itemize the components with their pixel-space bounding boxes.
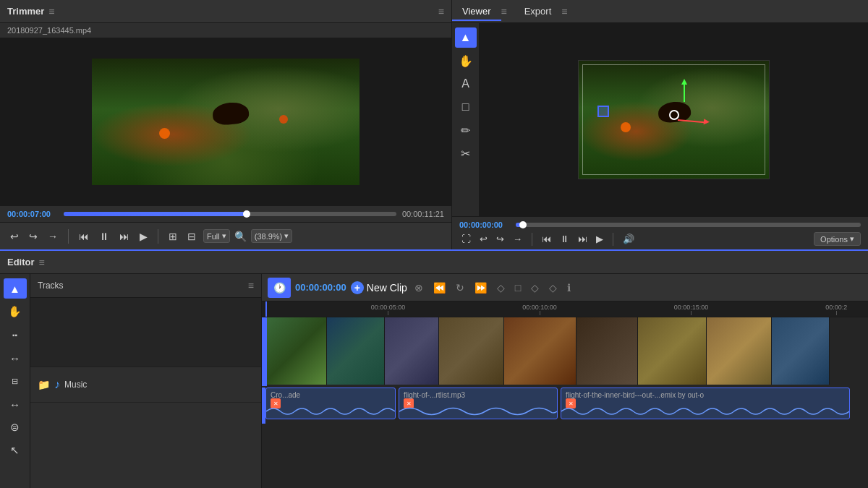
editor-slip-tool[interactable]: ↔ xyxy=(4,348,27,368)
audio-track-container: ✕ Cro...ade ✕ flight-of-...rtlist.mp3 xyxy=(262,386,868,488)
editor-eq-tool[interactable]: ⊜ xyxy=(4,417,27,437)
zoom-chevron: ▾ xyxy=(222,231,226,241)
video-clip-5[interactable] xyxy=(504,317,576,385)
waveform-svg-3 xyxy=(561,404,849,419)
export-tab-menu-icon[interactable]: ≡ xyxy=(561,6,567,17)
pan-tool-btn[interactable]: ✋ xyxy=(455,51,477,71)
trimmer-mark-out-btn[interactable]: ↪ xyxy=(26,229,41,244)
audio-clip-1[interactable]: ✕ Cro...ade xyxy=(265,388,396,419)
video-clip-4[interactable] xyxy=(439,317,504,385)
timeline-loop-btn[interactable]: ↻ xyxy=(453,281,467,295)
video-clip-8[interactable] xyxy=(707,317,772,385)
audio-clip-label-3: flight-of-the-inner-bird---out-...emix b… xyxy=(566,391,704,399)
track-arrow-green xyxy=(684,82,685,102)
trimmer-grid2-btn[interactable]: ⊟ xyxy=(184,229,199,244)
tracks-header: Tracks ≡ xyxy=(30,274,261,298)
trimmer-filename: 20180927_163445.mp4 xyxy=(0,23,451,38)
viewer-playhead[interactable] xyxy=(519,221,527,228)
music-note-icon: ♪ xyxy=(54,378,60,391)
audio-clip-2[interactable]: ✕ flight-of-...rtlist.mp3 xyxy=(399,388,558,419)
tracks-panel: Tracks ≡ 📁 ♪ Music xyxy=(30,274,262,488)
audio-clip-label-1: Cro...ade xyxy=(271,391,300,399)
video-clip-3[interactable] xyxy=(385,317,439,385)
ruler-time-1: 00:00:05:00 xyxy=(371,304,406,311)
trimmer-timeline: 00:00:07:00 00:00:11:21 xyxy=(0,205,451,222)
viewer-vol-btn[interactable]: 🔊 xyxy=(621,232,637,246)
text-tool-btn[interactable]: A xyxy=(455,74,477,94)
track-circle xyxy=(669,110,679,120)
viewer-mark-in-btn[interactable]: ↩ xyxy=(477,232,490,246)
trimmer-options-icon[interactable]: ≡ xyxy=(438,6,444,17)
trimmer-header: Trimmer ≡ ≡ xyxy=(0,0,451,23)
new-clip-plus-icon: + xyxy=(351,281,364,294)
timeline-diamond3-btn[interactable]: ◇ xyxy=(546,281,560,295)
viewer-tab-menu-icon[interactable]: ≡ xyxy=(501,6,507,17)
new-clip-button[interactable]: + New Clip xyxy=(351,281,407,294)
timeline-info-btn[interactable]: ℹ xyxy=(564,281,574,295)
timeline-rewind-btn[interactable]: ⏪ xyxy=(430,281,448,295)
trimmer-mark-in-btn[interactable]: ↩ xyxy=(7,229,22,244)
video-clip-9[interactable] xyxy=(772,317,830,385)
editor-select-tool[interactable]: ▲ xyxy=(4,278,27,299)
tab-export[interactable]: Export xyxy=(514,1,562,21)
viewer-play-btn[interactable]: ▶ xyxy=(594,232,605,246)
track-green-head xyxy=(681,79,687,85)
video-clip-1[interactable] xyxy=(265,317,327,385)
timeline-diamond2-btn[interactable]: ◇ xyxy=(528,281,542,295)
trimmer-menu-icon[interactable]: ≡ xyxy=(48,6,54,17)
viewer-progress-bar[interactable] xyxy=(516,223,861,227)
ruler-mark-2: 00:00:10:00 xyxy=(522,304,557,315)
trimmer-current-time: 00:00:07:00 xyxy=(7,210,58,218)
controls-separator-2 xyxy=(158,229,158,244)
viewer-first-btn[interactable]: ⏮ xyxy=(540,232,553,246)
timeline-select-tool[interactable]: 🕐 xyxy=(268,278,291,298)
tab-viewer[interactable]: Viewer xyxy=(452,1,501,21)
audio-track-inner: ✕ Cro...ade ✕ flight-of-...rtlist.mp3 xyxy=(262,388,868,424)
timeline-fwd-btn[interactable]: ⏩ xyxy=(472,281,490,295)
editor-pan-tool[interactable]: ✋ xyxy=(4,301,27,322)
viewer-back-btn[interactable]: ⏸ xyxy=(558,232,571,246)
trimmer-grid-btn[interactable]: ⊞ xyxy=(166,229,180,244)
trimmer-playhead-handle[interactable] xyxy=(243,210,250,218)
zoom-dropdown[interactable]: Full ▾ xyxy=(203,229,230,243)
viewer-tab-label: Viewer xyxy=(462,6,491,17)
timeline-square-btn[interactable]: □ xyxy=(512,281,524,295)
editor-snap-tool[interactable]: ↖ xyxy=(4,440,27,461)
trimmer-title: Trimmer xyxy=(7,6,44,17)
trimmer-step-back-btn[interactable]: ⏸ xyxy=(96,229,112,244)
video-clip-7[interactable] xyxy=(638,317,707,385)
viewer-options-dropdown[interactable]: Options ▾ xyxy=(814,232,861,246)
trimmer-step-fwd-btn[interactable]: ⏭ xyxy=(116,229,132,244)
zoom-pct-dropdown[interactable]: (38.9%) ▾ xyxy=(251,229,293,243)
export-tab-label: Export xyxy=(524,6,552,17)
orange-dot-1 xyxy=(159,128,170,139)
video-clip-2[interactable] xyxy=(327,317,385,385)
music-label: Music xyxy=(64,380,87,390)
editor-ripple-tool[interactable]: ⊟ xyxy=(4,371,27,391)
ruler-tick-1 xyxy=(388,311,388,315)
track-square-blue xyxy=(597,106,609,117)
timeline-layers-btn[interactable]: ⊗ xyxy=(412,281,426,295)
viewer-mark-out-btn[interactable]: ↪ xyxy=(494,232,506,246)
select-tool-btn[interactable]: ▲ xyxy=(455,27,477,48)
controls-separator-1 xyxy=(68,229,69,244)
viewer-fwd-btn[interactable]: ⏭ xyxy=(576,232,590,246)
editor-stretch-tool[interactable]: ↔ xyxy=(4,394,27,414)
tracks-menu-btn[interactable]: ≡ xyxy=(248,280,254,291)
trimmer-play-btn[interactable]: ▶ xyxy=(137,229,150,244)
video-clip-6[interactable] xyxy=(576,317,638,385)
rect-tool-btn[interactable]: □ xyxy=(455,97,477,117)
trimmer-progress-bar[interactable] xyxy=(64,212,396,216)
editor-razor-tool[interactable]: ▪▪ xyxy=(4,325,27,345)
clip-tool-btn[interactable]: ✂ xyxy=(455,143,477,163)
pen-tool-btn[interactable]: ✏ xyxy=(455,120,477,140)
trimmer-preview xyxy=(0,38,451,205)
trimmer-to-timeline-btn[interactable]: → xyxy=(45,229,61,244)
timeline-ruler: 00:00:05:00 00:00:10:00 00:00:15:00 00:0… xyxy=(262,301,868,317)
timeline-diamond-btn[interactable]: ◇ xyxy=(494,281,508,295)
viewer-fullscreen-btn[interactable]: ⛶ xyxy=(459,232,473,246)
editor-menu-icon[interactable]: ≡ xyxy=(39,257,45,268)
viewer-to-timeline-btn[interactable]: → xyxy=(511,232,524,246)
trimmer-first-frame-btn[interactable]: ⏮ xyxy=(76,229,92,244)
audio-clip-3[interactable]: ✕ flight-of-the-inner-bird---out-...emix… xyxy=(561,388,850,419)
